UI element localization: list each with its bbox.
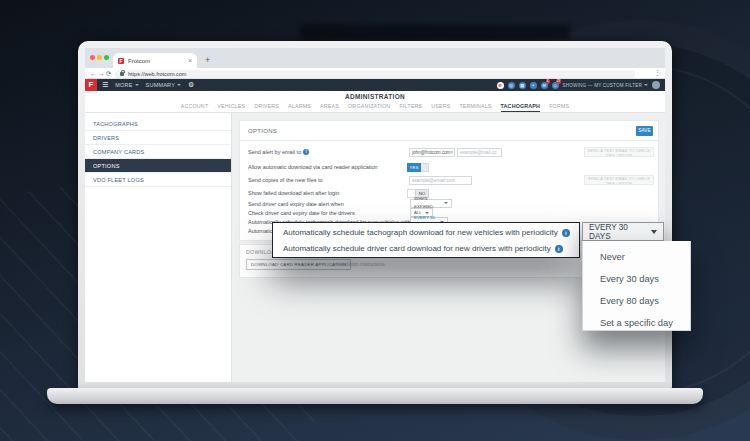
tab-account[interactable]: ACCOUNT bbox=[181, 103, 209, 112]
hamburger-menu-icon[interactable]: ☰ bbox=[102, 81, 108, 89]
nav-summary[interactable]: SUMMARY bbox=[146, 82, 181, 88]
navbar-right-cluster: ☸ ◎ ▦ • ✉ 1 ☺ 27 SHOWING — MY CUSTOM FIL… bbox=[497, 81, 665, 89]
tab-areas[interactable]: AREAS bbox=[320, 103, 339, 112]
browser-tab[interactable]: F Frotcom × bbox=[113, 53, 197, 68]
custom-filter-selector[interactable]: SHOWING — MY CUSTOM FILTER bbox=[563, 83, 648, 88]
mail-badge: 1 bbox=[546, 79, 551, 84]
periodicity-dropdown: Never Every 30 days Every 80 days Set a … bbox=[582, 241, 691, 331]
periodicity-select[interactable]: EVERY 30 DAYS bbox=[582, 222, 664, 241]
options-title: OPTIONS bbox=[248, 128, 277, 134]
lock-icon bbox=[120, 72, 124, 76]
new-tab-button[interactable]: + bbox=[205, 56, 210, 65]
reload-icon[interactable]: ⟳ bbox=[106, 70, 111, 78]
sidebar-item-company-cards[interactable]: COMPANY CARDS bbox=[85, 145, 231, 159]
laptop-screen: F Frotcom × + ← → ⟳ https://web.frotcom.… bbox=[78, 41, 672, 389]
window-minimize-icon[interactable] bbox=[97, 55, 102, 60]
row-card-reader: Allow automatic download via card reader… bbox=[240, 160, 658, 173]
card-reader-toggle[interactable]: YES bbox=[407, 163, 429, 172]
browser-window: F Frotcom × + ← → ⟳ https://web.frotcom.… bbox=[85, 48, 665, 382]
row-email-alert: Send alert by email toi john@frotcom.com… bbox=[240, 144, 658, 160]
admin-tabs: ACCOUNT VEHICLES DRIVERS ALARMS AREAS OR… bbox=[85, 103, 665, 112]
tab-alarms[interactable]: ALARMS bbox=[288, 103, 311, 112]
options-panel-header: OPTIONS SAVE bbox=[240, 121, 658, 141]
row-failed-alert: Show failed download alert after login N… bbox=[240, 187, 658, 198]
browser-menu-icon[interactable]: ⋮ bbox=[654, 69, 661, 77]
tab-drivers[interactable]: DRIVERS bbox=[254, 103, 279, 112]
chevron-down-icon bbox=[444, 202, 448, 204]
drivers-badge: 27 bbox=[556, 79, 561, 84]
tab-forms[interactable]: FORMS bbox=[549, 103, 569, 112]
info-icon[interactable]: i bbox=[555, 245, 563, 253]
chevron-down-icon bbox=[651, 230, 657, 234]
sidebar-item-tachographs[interactable]: TACHOGRAPHS bbox=[85, 117, 231, 131]
back-icon[interactable]: ← bbox=[90, 70, 97, 77]
user-avatar[interactable] bbox=[652, 81, 660, 89]
sidebar-item-options[interactable]: OPTIONS bbox=[85, 159, 231, 173]
tab-organization[interactable]: ORGANIZATION bbox=[348, 103, 390, 112]
tab-title: Frotcom bbox=[128, 58, 184, 64]
dropdown-option-set-specific-day[interactable]: Set a specific day bbox=[583, 312, 690, 334]
drivers-icon[interactable]: ☺ 27 bbox=[552, 82, 559, 89]
copies-input[interactable] bbox=[409, 176, 472, 185]
installation-instructions-link[interactable]: Installation instructions bbox=[336, 262, 385, 267]
tab-terminals[interactable]: TERMINALS bbox=[459, 103, 491, 112]
expiry-alert-select[interactable]: WHEN EXPIRED bbox=[410, 199, 452, 208]
window-maximize-icon[interactable] bbox=[104, 55, 109, 60]
save-button[interactable]: SAVE bbox=[636, 126, 653, 136]
chevron-down-icon bbox=[644, 84, 648, 86]
background: F Frotcom × + ← → ⟳ https://web.frotcom.… bbox=[0, 0, 750, 441]
sidebar-item-vdo-fleet-logs[interactable]: VDO FLEET LOGS bbox=[85, 173, 231, 187]
info-icon[interactable]: i bbox=[562, 229, 570, 237]
support-icon[interactable]: ☸ bbox=[497, 82, 504, 89]
browser-urlbar: ← → ⟳ https://web.frotcom.com ⋮ bbox=[85, 68, 665, 79]
row-expiry-check: Check driver card expiry date for the dr… bbox=[240, 208, 658, 217]
background-shadow-band bbox=[300, 24, 570, 40]
test-copies-button[interactable]: SEND A TEST EMAIL TO CHECK THIS OPTION bbox=[584, 175, 654, 185]
tab-users[interactable]: USERS bbox=[431, 103, 450, 112]
tab-vehicles[interactable]: VEHICLES bbox=[217, 103, 245, 112]
zoom-callout: Automatically schedule tachograph downlo… bbox=[272, 222, 580, 258]
page-header: ADMINISTRATION ACCOUNT VEHICLES DRIVERS … bbox=[85, 91, 665, 113]
dropdown-option-every-30-days[interactable]: Every 30 days bbox=[583, 268, 690, 290]
location-icon[interactable]: ◎ bbox=[508, 82, 515, 89]
callout-row-driver-card: Automatically schedule driver card downl… bbox=[283, 244, 551, 253]
frotcom-logo-icon[interactable]: F bbox=[85, 79, 97, 91]
mail-icon[interactable]: ✉ 1 bbox=[541, 82, 548, 89]
forward-icon[interactable]: → bbox=[98, 70, 105, 77]
settings-gear-icon[interactable]: ⚙ bbox=[188, 81, 194, 89]
sidebar-item-drivers[interactable]: DRIVERS bbox=[85, 131, 231, 145]
page-title: ADMINISTRATION bbox=[85, 93, 665, 100]
chevron-down-icon bbox=[177, 84, 181, 86]
address-bar[interactable]: https://web.frotcom.com bbox=[115, 70, 635, 78]
callout-row-tachograph: Automatically schedule tachograph downlo… bbox=[283, 228, 558, 237]
window-close-icon[interactable] bbox=[90, 55, 95, 60]
dropdown-option-never[interactable]: Never bbox=[583, 246, 690, 268]
tab-tachograph[interactable]: TACHOGRAPH bbox=[501, 103, 541, 112]
bell-icon[interactable]: • bbox=[530, 82, 537, 89]
email-chip[interactable]: john@frotcom.com × bbox=[409, 148, 455, 157]
chip-remove-icon[interactable]: × bbox=[451, 149, 454, 156]
info-icon[interactable]: i bbox=[303, 149, 309, 155]
sidebar: TACHOGRAPHS DRIVERS COMPANY CARDS OPTION… bbox=[85, 113, 232, 382]
tab-close-icon[interactable]: × bbox=[188, 58, 192, 64]
url-text: https://web.frotcom.com bbox=[128, 71, 186, 77]
stats-icon[interactable]: ▦ bbox=[519, 82, 526, 89]
email-alert-input[interactable] bbox=[457, 148, 502, 157]
app-navbar: F ☰ MORE SUMMARY ⚙ ☸ ◎ ▦ • ✉ 1 ☺ bbox=[85, 79, 665, 91]
tab-filters[interactable]: FILTERS bbox=[399, 103, 422, 112]
row-expiry-alert: Send driver card expiry date alert when … bbox=[240, 198, 658, 208]
chevron-down-icon bbox=[135, 84, 139, 86]
dropdown-option-every-80-days[interactable]: Every 80 days bbox=[583, 290, 690, 312]
nav-more[interactable]: MORE bbox=[115, 82, 138, 88]
browser-tabbar: F Frotcom × + bbox=[85, 48, 665, 68]
frotcom-favicon-icon: F bbox=[118, 58, 124, 64]
row-copies: Send copies of the new files to SEND A T… bbox=[240, 173, 658, 187]
test-email-button[interactable]: SEND A TEST EMAIL TO CHECK THIS OPTION bbox=[584, 147, 654, 157]
laptop-base bbox=[47, 388, 703, 404]
